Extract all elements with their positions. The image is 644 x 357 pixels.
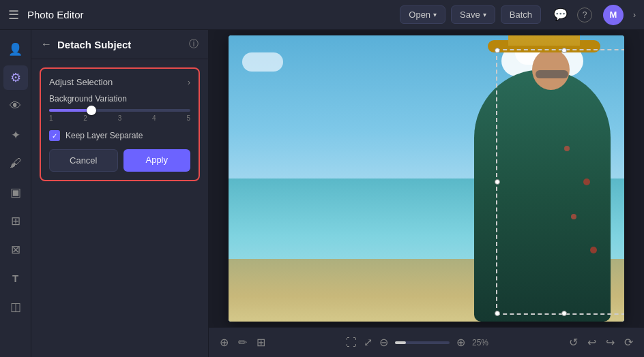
bg-variation-label: Background Variation (49, 94, 190, 104)
canvas-workspace[interactable] (209, 30, 644, 327)
adjust-selection-row: Adjust Selection › (49, 77, 190, 87)
slider-label-4: 4 (152, 114, 156, 122)
sidebar-item-adjustments[interactable]: ⚙ (3, 65, 28, 90)
zoom-percent: 25% (472, 338, 488, 347)
slider-thumb[interactable] (87, 106, 96, 115)
panel-title: Detach Subject (57, 39, 184, 50)
bottom-left-icons: ⊕ ✏ ⊞ (220, 336, 265, 349)
action-buttons: Cancel Apply (49, 149, 190, 172)
collapse-icon[interactable]: › (633, 10, 636, 20)
layers-icon[interactable]: ⊕ (220, 336, 229, 349)
batch-button[interactable]: Batch (501, 5, 541, 24)
bottom-right-icons: ↺ ↩ ↪ ⟳ (569, 336, 633, 349)
slider-fill (49, 109, 91, 112)
zoom-fill (395, 341, 406, 344)
sidebar-item-retouch[interactable]: 🖌 (3, 151, 28, 176)
detach-box: Adjust Selection › Background Variation … (40, 67, 200, 181)
slider-label-5: 5 (186, 114, 190, 122)
keep-layer-row: ✓ Keep Layer Separate (49, 130, 190, 141)
open-chevron: ▾ (433, 11, 437, 18)
slider-label-2: 2 (83, 114, 87, 122)
zoom-slider[interactable] (395, 341, 450, 344)
topbar-icons: 💬 ? M › (553, 5, 636, 25)
sidebar-item-effects[interactable]: ✦ (3, 123, 28, 147)
sidebar-item-portrait[interactable]: 👤 (3, 37, 28, 61)
app-title: Photo Editor (27, 9, 394, 20)
apply-button[interactable]: Apply (123, 149, 191, 172)
rotate-icon[interactable]: ↺ (569, 336, 578, 349)
topbar: ☰ Photo Editor Open ▾ Save ▾ Batch 💬 ? M… (0, 0, 644, 30)
bottom-bar: ⊕ ✏ ⊞ ⛶ ⤢ ⊖ ⊕ 25% ↺ ↩ ↪ ⟳ (209, 327, 644, 357)
canvas-area: ⊕ ✏ ⊞ ⛶ ⤢ ⊖ ⊕ 25% ↺ ↩ ↪ ⟳ (209, 30, 644, 357)
chat-icon[interactable]: 💬 (553, 7, 568, 22)
info-icon[interactable]: ⓘ (189, 38, 199, 50)
main-area: 👤 ⚙ 👁 ✦ 🖌 ▣ ⊞ ⊠ T ◫ ← Detach Subject ⓘ A… (0, 30, 644, 357)
slider-label-3: 3 (118, 114, 122, 122)
avatar[interactable]: M (603, 5, 624, 25)
panel-content: Adjust Selection › Background Variation … (31, 59, 208, 357)
menu-icon[interactable]: ☰ (8, 7, 19, 22)
zoom-out-icon[interactable]: ⊖ (379, 336, 388, 349)
left-panel: ← Detach Subject ⓘ Adjust Selection › Ba… (31, 30, 209, 357)
history-icon[interactable]: ⟳ (624, 336, 633, 349)
slider-label-1: 1 (49, 114, 53, 122)
slider-container[interactable] (49, 109, 190, 112)
keep-layer-checkbox[interactable]: ✓ (49, 130, 60, 141)
back-button[interactable]: ← (41, 38, 52, 50)
open-button[interactable]: Open ▾ (400, 5, 445, 24)
help-icon[interactable]: ? (577, 7, 592, 22)
slider-labels: 1 2 3 4 5 (49, 114, 190, 122)
sidebar-item-view[interactable]: 👁 (3, 94, 28, 119)
crop-icon[interactable]: ⤢ (364, 336, 372, 349)
slider-track (49, 109, 190, 112)
canvas-image (229, 35, 624, 322)
undo-icon[interactable]: ↩ (587, 336, 596, 349)
sidebar-item-frames[interactable]: ▣ (3, 180, 28, 204)
adjust-selection-label: Adjust Selection (49, 77, 113, 87)
sidebar-item-objects[interactable]: ⊠ (3, 237, 28, 262)
keep-layer-label: Keep Layer Separate (65, 131, 143, 140)
cancel-button[interactable]: Cancel (49, 149, 118, 172)
grid-icon[interactable]: ⊞ (257, 336, 265, 349)
sidebar-item-layers[interactable]: ◫ (3, 294, 28, 319)
icon-bar: 👤 ⚙ 👁 ✦ 🖌 ▣ ⊞ ⊠ T ◫ (0, 30, 31, 357)
open-label: Open (409, 10, 430, 20)
sidebar-item-people[interactable]: ⊞ (3, 208, 28, 233)
save-button[interactable]: Save ▾ (451, 5, 495, 24)
zoom-in-icon[interactable]: ⊕ (456, 336, 465, 349)
panel-header: ← Detach Subject ⓘ (31, 30, 208, 59)
redo-icon[interactable]: ↪ (606, 336, 615, 349)
bottom-center-icons: ⛶ ⤢ ⊖ ⊕ 25% (346, 336, 488, 349)
save-label: Save (460, 10, 480, 20)
edit-icon[interactable]: ✏ (238, 336, 247, 349)
adjust-chevron-icon[interactable]: › (188, 78, 190, 87)
sidebar-item-text[interactable]: T (3, 266, 28, 290)
save-chevron: ▾ (483, 11, 486, 18)
fit-screen-icon[interactable]: ⛶ (346, 337, 357, 349)
